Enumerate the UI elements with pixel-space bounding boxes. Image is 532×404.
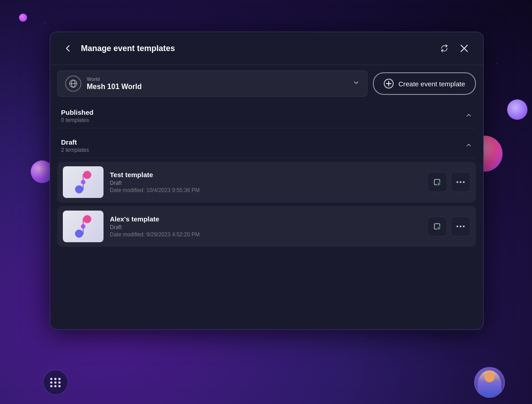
published-section-header[interactable]: Published 0 templates bbox=[57, 102, 476, 128]
svg-point-7 bbox=[463, 181, 465, 183]
more-icon-1 bbox=[456, 181, 465, 183]
published-count: 0 templates bbox=[61, 117, 94, 123]
svg-point-5 bbox=[457, 181, 458, 183]
create-template-label: Create event template bbox=[398, 80, 465, 88]
template-info-2: Alex's template Draft Date modified: 9/2… bbox=[110, 215, 421, 238]
globe-icon bbox=[65, 75, 81, 92]
publish-button-2[interactable] bbox=[427, 216, 447, 236]
world-selector-row: World Mesh 101 World Create event templa… bbox=[50, 65, 483, 102]
avatar-person bbox=[478, 371, 501, 398]
template-info-1: Test template Draft Date modified: 10/4/… bbox=[110, 171, 421, 193]
more-button-1[interactable] bbox=[451, 172, 471, 192]
modal-header: Manage event templates bbox=[50, 32, 483, 65]
create-template-button[interactable]: Create event template bbox=[373, 72, 476, 95]
more-button-2[interactable] bbox=[451, 216, 471, 236]
world-dropdown[interactable]: World Mesh 101 World bbox=[57, 70, 367, 97]
svg-point-6 bbox=[460, 181, 461, 183]
template-name-2: Alex's template bbox=[110, 215, 421, 223]
world-name: Mesh 101 World bbox=[87, 83, 353, 91]
publish-icon-2 bbox=[433, 222, 442, 231]
template-status-1: Draft bbox=[110, 180, 421, 186]
draft-section-header[interactable]: Draft 2 templates bbox=[57, 132, 476, 158]
refresh-button[interactable] bbox=[436, 40, 452, 56]
world-chevron-icon bbox=[353, 79, 360, 88]
publish-icon-1 bbox=[433, 178, 442, 187]
card-actions-1 bbox=[427, 172, 471, 192]
template-thumbnail-2 bbox=[63, 211, 104, 242]
create-plus-icon bbox=[384, 79, 394, 89]
svg-point-12 bbox=[460, 225, 461, 227]
template-date-2: Date modified: 9/29/2023 4:52:20 PM bbox=[110, 231, 421, 238]
mesh-logo-1 bbox=[74, 171, 92, 193]
draft-title-group: Draft 2 templates bbox=[61, 138, 89, 153]
close-icon bbox=[460, 44, 468, 52]
modal-title: Manage event templates bbox=[81, 44, 433, 53]
draft-count: 2 templates bbox=[61, 147, 89, 153]
published-title-group: Published 0 templates bbox=[61, 108, 94, 123]
svg-point-11 bbox=[457, 225, 458, 227]
published-title: Published bbox=[61, 108, 94, 116]
more-icon-2 bbox=[456, 225, 465, 227]
draft-chevron-icon bbox=[465, 141, 472, 150]
template-date-1: Date modified: 10/4/2023 9:55:36 PM bbox=[110, 187, 421, 193]
publish-button-1[interactable] bbox=[427, 172, 447, 192]
draft-title: Draft bbox=[61, 138, 89, 146]
grid-dots-icon bbox=[50, 378, 61, 387]
decorative-orb-4 bbox=[507, 99, 527, 120]
modal-dialog: Manage event templates bbox=[50, 32, 484, 330]
back-button[interactable] bbox=[61, 41, 75, 56]
decorative-orb-1 bbox=[19, 14, 27, 22]
template-status-2: Draft bbox=[110, 224, 421, 230]
avatar-head bbox=[485, 371, 494, 382]
templates-content: Published 0 templates Draft 2 templates bbox=[50, 102, 483, 329]
apps-button[interactable] bbox=[43, 370, 68, 395]
published-chevron-icon bbox=[465, 112, 472, 120]
world-text-group: World Mesh 101 World bbox=[87, 76, 353, 91]
template-card-2: Alex's template Draft Date modified: 9/2… bbox=[57, 206, 476, 247]
card-actions-2 bbox=[427, 216, 471, 236]
world-label: World bbox=[87, 76, 353, 82]
avatar[interactable] bbox=[474, 367, 505, 398]
close-button[interactable] bbox=[456, 40, 472, 56]
refresh-icon bbox=[440, 44, 449, 53]
template-thumbnail-1 bbox=[63, 166, 104, 198]
template-card-1: Test template Draft Date modified: 10/4/… bbox=[57, 162, 476, 202]
template-name-1: Test template bbox=[110, 171, 421, 179]
mesh-logo-2 bbox=[74, 215, 92, 238]
svg-point-13 bbox=[463, 225, 465, 227]
back-arrow-icon bbox=[64, 44, 73, 53]
